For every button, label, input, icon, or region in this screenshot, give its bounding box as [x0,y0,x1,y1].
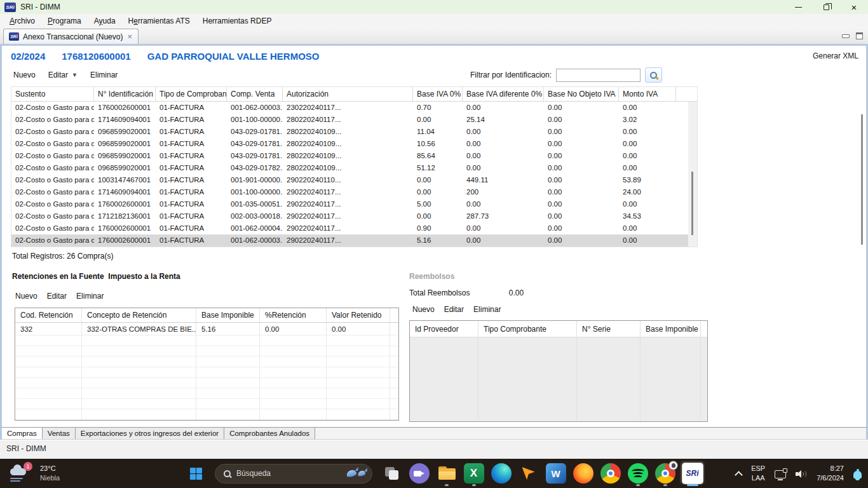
empty-row[interactable] [15,367,398,378]
empty-row[interactable] [15,346,398,357]
bottom-tab-ventas[interactable]: Ventas [43,428,76,439]
empty-row[interactable] [15,409,398,420]
table-cell: 01-FACTURA [156,186,227,198]
menu-item-herramientas-ats[interactable]: Herramientas ATS [122,15,196,27]
table-cell: 02-Costo o Gasto para d... [11,150,94,162]
tab-close-icon[interactable]: × [126,32,133,41]
retenciones-editar-button[interactable]: Editar [47,292,67,301]
column-header[interactable]: Cod. Retención [15,308,82,322]
column-header[interactable]: Monto IVA [619,87,676,101]
total-reembolsos-value: 0.00 [509,288,524,297]
empty-row[interactable] [15,336,398,346]
bottom-tab-comprobantes[interactable]: Comprobantes Anulados [224,428,315,439]
column-header[interactable]: Base No Objeto IVA [544,87,619,101]
nuevo-button[interactable]: Nuevo [13,71,36,79]
table-row[interactable]: 02-Costo o Gasto para d...17600026000010… [11,198,688,210]
close-button[interactable]: × [840,0,868,14]
column-header[interactable]: Base IVA diferente 0% [463,87,544,101]
restore-button[interactable] [812,0,840,14]
minimize-button[interactable] [784,0,812,14]
table-cell: 01-FACTURA [156,174,227,186]
table-row[interactable]: 02-Costo o Gasto para d...09685990200010… [11,162,688,174]
menu-item-ayuda[interactable]: Ayuda [88,15,122,27]
menu-item-herramientas-rdep[interactable]: Herramientas RDEP [196,15,278,27]
volume-icon[interactable] [796,469,807,479]
menu-item-archivo[interactable]: Archivo [3,15,41,27]
retenciones-eliminar-button[interactable]: Eliminar [76,292,104,301]
column-header[interactable]: Id Proveedor [410,321,478,337]
view-vertical-scrollbar[interactable] [861,114,863,245]
table-row[interactable]: 02-Costo o Gasto para d...17146090940010… [11,114,688,126]
reembolsos-nuevo-button[interactable]: Nuevo [412,305,435,314]
taskbar-app-excel[interactable] [460,459,487,488]
bottom-tab-compras[interactable]: Compras [2,428,43,439]
table-row[interactable]: 02-Costo o Gasto para d...17600026000010… [11,234,688,247]
search-button[interactable] [645,67,662,83]
table-row[interactable]: 02-Costo o Gasto para d...09685990200010… [11,126,688,138]
taskbar-app-edge[interactable] [487,459,515,488]
column-header[interactable]: Concepto de Retención [82,308,196,322]
editar-button[interactable]: Editar▼ [48,71,78,79]
table-row[interactable]: 332332-OTRAS COMPRAS DE BIE...5.160.000.… [15,323,398,336]
column-header[interactable]: Tipo Comprobante [478,321,577,337]
taskbar-search[interactable]: Búsqueda [215,464,372,484]
menu-item-programa[interactable]: Programa [41,15,88,27]
taskbar-app-word[interactable] [542,459,569,488]
taskbar-app-chrome-profile[interactable] [651,459,679,488]
retenciones-nuevo-button[interactable]: Nuevo [15,292,37,301]
column-header[interactable]: Tipo de Comprobante [156,87,227,101]
tab-anexo-transaccional[interactable]: Anexo Transaccional (Nuevo) × [3,29,139,44]
table-row[interactable]: 02-Costo o Gasto para d...17121821360010… [11,210,688,222]
start-button[interactable] [182,459,209,488]
column-header[interactable]: Valor Retenido [327,308,390,322]
column-header[interactable]: Base IVA 0% [413,87,463,101]
column-header[interactable]: Sustento [11,87,94,101]
clock[interactable]: 8:277/6/2024 [817,464,844,483]
table-cell: 280220240109... [283,126,413,138]
column-header[interactable]: N° Serie [577,321,641,337]
table-cell: 02-Costo o Gasto para d... [11,210,94,222]
empty-row[interactable] [15,378,398,389]
taskbar-app-spotify[interactable] [624,459,651,488]
empty-row[interactable] [15,388,398,399]
table-row[interactable]: 02-Costo o Gasto para d...09685990200010… [11,138,688,150]
weather-widget[interactable]: 1 23°C Niebla [10,463,60,482]
taskbar-app-firefox[interactable] [569,459,597,488]
network-icon[interactable] [775,470,786,478]
column-header[interactable]: Base Imponible [641,321,701,337]
table-vertical-scrollbar[interactable] [688,102,697,247]
eliminar-button[interactable]: Eliminar [90,71,118,79]
reembolsos-eliminar-button[interactable]: Eliminar [473,305,501,314]
maximize-view-icon[interactable] [856,32,863,39]
table-row[interactable]: 02-Costo o Gasto para d...17600026000010… [11,222,688,234]
reembolsos-editar-button[interactable]: Editar [444,305,464,314]
taskbar-app-chrome[interactable] [597,459,624,488]
table-cell: 0.00 [544,198,619,210]
empty-row[interactable] [15,399,398,410]
taskbar-app-task-view[interactable] [378,459,405,488]
taskbar-app-foxit-pdf[interactable] [515,459,542,488]
table-row[interactable]: 02-Costo o Gasto para d...17600026000010… [11,102,688,114]
generar-xml-button[interactable]: Generar XML [813,51,858,60]
column-header[interactable]: %Retención [260,308,327,322]
tray-chevron-up-icon[interactable] [735,471,743,479]
table-row[interactable]: 02-Costo o Gasto para d...17146090940010… [11,186,688,198]
notification-bell-icon[interactable] [853,471,862,478]
language-indicator[interactable]: ESPLAA [751,464,765,483]
bottom-tab-exportaciones[interactable]: Exportaciones y otros ingresos del exter… [76,428,224,439]
column-header[interactable]: Comp. Venta [227,87,283,101]
scrollbar-thumb[interactable] [691,172,693,235]
taskbar-app-file-explorer[interactable] [433,459,460,488]
column-header[interactable]: Base Imponible [196,308,260,322]
taskbar-app-video-app[interactable] [405,459,433,488]
table-cell: 0.00 [544,102,619,114]
table-row[interactable]: 02-Costo o Gasto para d...09685990200010… [11,150,688,162]
empty-row[interactable] [15,356,398,367]
table-row[interactable]: 02-Costo o Gasto para d...10031474670010… [11,174,688,186]
filter-input[interactable] [556,69,641,82]
taskbar-app-sri-dimm[interactable] [679,459,706,488]
column-header[interactable]: N° Identificación [94,87,156,101]
column-header[interactable]: Autorización [283,87,413,101]
running-indicator [687,484,698,486]
minimize-view-icon[interactable] [842,34,850,38]
